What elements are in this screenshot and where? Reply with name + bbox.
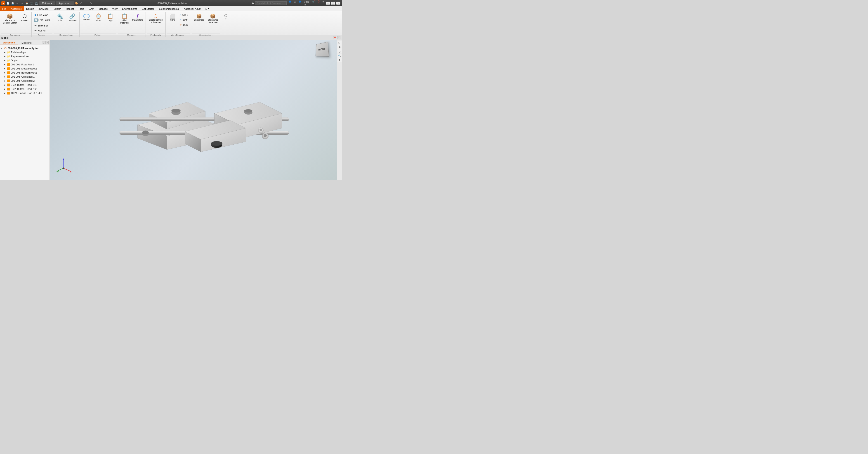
simplification-group-label[interactable]: Simplification ▾	[192, 33, 220, 36]
shrinkwrap-btn[interactable]: 📦 Shrinkwrap	[192, 13, 206, 22]
cart-icon[interactable]: 🛒	[311, 0, 316, 6]
menu-assemble[interactable]: Assemble	[8, 6, 24, 11]
user-icon[interactable]: 👤	[287, 0, 292, 6]
mirror-btn[interactable]: 🪞 Mirror	[93, 13, 104, 23]
component-group-label[interactable]: Component ▾	[1, 33, 31, 36]
menu-manage[interactable]: Manage	[96, 6, 110, 11]
menu-sketch[interactable]: Sketch	[51, 6, 64, 11]
qs-custom4-btn[interactable]: f	[84, 1, 88, 5]
tree-item-backer-block[interactable]: ▶ 🟧 001-003_BackerBlock:1	[0, 70, 50, 75]
origin-expand[interactable]: ▶	[3, 59, 6, 62]
guide-rod-1-expand[interactable]: ▶	[3, 75, 6, 78]
minimize-btn[interactable]: —	[326, 2, 330, 5]
menu-autodesk[interactable]: Autodesk A360	[182, 6, 203, 11]
sidebar-tab-modeling[interactable]: Modeling	[18, 40, 35, 45]
maximize-btn[interactable]: ⬜	[331, 2, 335, 5]
tree-item-guide-rod-1[interactable]: ▶ 🟧 001-004_GuideRod:1	[0, 75, 50, 79]
socket-cap-expand[interactable]: ▶	[3, 91, 6, 94]
tree-item-socket-cap[interactable]: ▶ 🟧 10-24_Socket_Cap_3_1-4:1	[0, 91, 50, 95]
representations-expand[interactable]: ▶	[3, 55, 6, 58]
qs-custom1-btn[interactable]: 💻	[34, 1, 38, 5]
menu-inspect[interactable]: Inspect	[64, 6, 76, 11]
rt-btn-4[interactable]: 🔍	[338, 54, 342, 58]
button-head-1-expand[interactable]: ▶	[3, 83, 6, 86]
tree-item-button-head-1[interactable]: ▶ 🟧 8-32_Button_Head_1:1	[0, 83, 50, 87]
pattern-group-label[interactable]: Pattern ▾	[81, 33, 116, 36]
qs-screenshot-btn[interactable]: 📷	[30, 1, 34, 5]
account-icon[interactable]: 👤	[298, 0, 303, 6]
close-btn[interactable]: ✕	[336, 2, 340, 5]
tree-item-fixed-jaw[interactable]: ▶ 🟧 001-001_FixedJaw:1	[0, 62, 50, 66]
menu-tools[interactable]: Tools	[76, 6, 86, 11]
viewcube[interactable]: FRONT	[315, 42, 331, 58]
position-group-label[interactable]: Position ▾	[33, 33, 52, 36]
more-icon[interactable]: ▾	[322, 0, 325, 6]
sidebar-close-btn[interactable]: ✕	[45, 41, 49, 45]
menu-environments[interactable]: Environments	[120, 6, 140, 11]
help-icon[interactable]: ❓	[316, 0, 321, 6]
panel-pin-btn[interactable]: 📌	[333, 36, 336, 39]
sidebar-tab-assembly[interactable]: Assembly	[0, 40, 18, 45]
plane-btn[interactable]: ⬜ Plane	[167, 13, 178, 22]
manage-group-label[interactable]: Manage ▾	[118, 33, 145, 36]
point-btn[interactable]: • Point ▾	[179, 18, 189, 22]
parameters-btn[interactable]: ƒ Parameters	[131, 13, 145, 22]
qs-home-btn[interactable]: 🏠	[25, 1, 29, 5]
guide-rod-2-expand[interactable]: ▶	[3, 79, 6, 82]
favorites-icon[interactable]: ★	[293, 0, 297, 6]
nav-btn[interactable]: ⬡ ▾	[222, 13, 229, 22]
ucs-btn[interactable]: ⊞ UCS	[179, 23, 189, 27]
menu-file[interactable]: File	[0, 6, 8, 11]
rt-btn-5[interactable]: ⚙	[338, 58, 342, 62]
tree-item-relationships[interactable]: ▶ 📁 Relationships	[0, 50, 50, 54]
menu-getstarted[interactable]: Get Started	[140, 6, 157, 11]
signin-btn[interactable]: Sign In	[303, 0, 310, 6]
menu-cam[interactable]: CAM	[86, 6, 96, 11]
button-head-2-expand[interactable]: ▶	[3, 87, 6, 90]
create-btn[interactable]: ⬡ Create	[19, 13, 30, 23]
copy-btn[interactable]: 📋 Copy	[104, 13, 116, 23]
constrain-btn[interactable]: 🔗 Constrain	[66, 13, 78, 23]
menu-electromechanical[interactable]: Electromechanical	[157, 6, 182, 11]
movable-jaw-expand[interactable]: ▶	[3, 67, 6, 70]
tree-item-origin[interactable]: ▶ 📁 Origin	[0, 58, 50, 62]
joint-btn[interactable]: 🔩 Joint	[55, 13, 66, 23]
qs-custom5-btn[interactable]: ⬡	[89, 1, 93, 5]
tree-root[interactable]: ▾ ⬡ 000-000_FullAssembly.iam	[0, 46, 50, 50]
show-sick-btn[interactable]: 👁 Show Sick	[33, 23, 52, 28]
rt-btn-2[interactable]: ⊞	[338, 45, 342, 49]
tree-item-movable-jaw[interactable]: ▶ 🟧 001-002_MovableJaw:1	[0, 66, 50, 70]
qs-undo-btn[interactable]: ↩	[16, 1, 20, 5]
qs-custom3-btn[interactable]: ⬡	[79, 1, 83, 5]
shrinkwrap-substitute-btn[interactable]: 📦 ShrinkwrapSubstitute	[206, 13, 219, 25]
qs-appearance-dropdown[interactable]: Appearance	[56, 1, 74, 5]
qs-material-dropdown[interactable]: Material ▾	[39, 1, 55, 5]
tree-item-button-head-2[interactable]: ▶ 🟧 8-32_Button_Head_1:2	[0, 87, 50, 91]
work-features-group-label[interactable]: Work Features ▾	[166, 33, 190, 36]
rt-btn-3[interactable]: ◻	[338, 49, 342, 53]
qs-save-btn[interactable]: 💾	[11, 1, 15, 5]
rt-btn-1[interactable]: ⬡	[338, 41, 342, 45]
hide-all-btn[interactable]: 👁 Hide All	[33, 28, 52, 33]
menu-design[interactable]: Design	[24, 6, 36, 11]
relationships-group-label[interactable]: Relationships ▾	[54, 33, 79, 36]
axis-btn[interactable]: ↕ Axis ▾	[179, 13, 189, 18]
root-expand[interactable]: ▾	[0, 47, 3, 50]
menu-view[interactable]: View	[110, 6, 120, 11]
pattern-btn[interactable]: ⬡⬡ Pattern	[81, 13, 92, 22]
sidebar-undock-btn[interactable]: ◻	[42, 41, 45, 45]
search-input[interactable]	[255, 1, 287, 5]
free-rotate-btn[interactable]: 🔄 Free Rotate	[33, 18, 52, 22]
bom-btn[interactable]: 📋 Bill ofMaterials	[119, 13, 130, 25]
create-derived-substitutes-btn[interactable]: ⬡ Create DerivedSubstitutes	[147, 13, 164, 25]
qs-file-btn[interactable]: 📄	[6, 1, 10, 5]
fixed-jaw-expand[interactable]: ▶	[3, 63, 6, 66]
menu-more[interactable]: ⬡ ▾	[203, 6, 212, 11]
qs-custom2-btn[interactable]: 🎨	[74, 1, 79, 5]
qs-redo-btn[interactable]: ↪	[20, 1, 24, 5]
backer-block-expand[interactable]: ▶	[3, 71, 6, 74]
tree-item-representations[interactable]: ▶ 📁 Representations	[0, 54, 50, 58]
viewport[interactable]: FRONT	[50, 40, 342, 180]
forward-btn[interactable]: ▶	[252, 2, 254, 5]
menu-3dmodel[interactable]: 3D Model	[36, 6, 51, 11]
